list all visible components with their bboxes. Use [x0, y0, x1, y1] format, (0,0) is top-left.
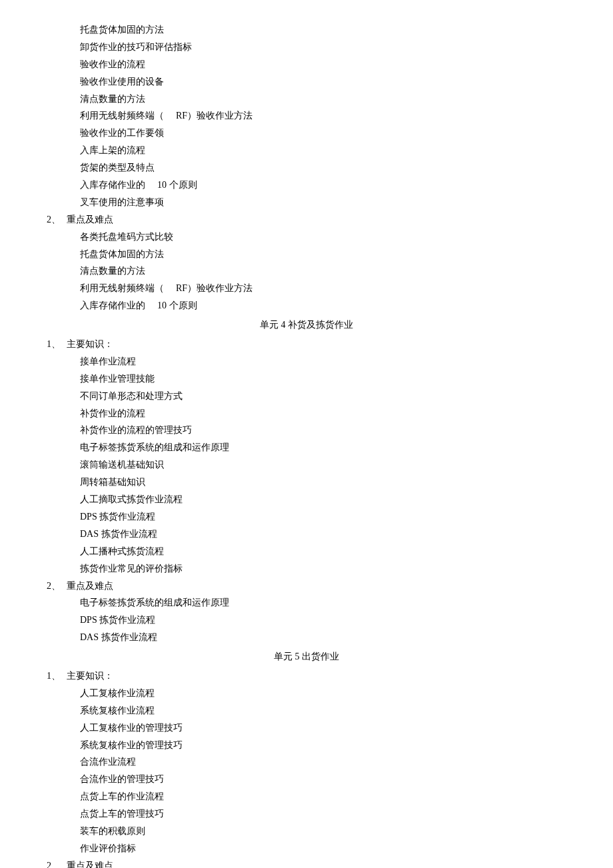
important-item: 托盘货体加固的方法 [40, 246, 573, 263]
knowledge-item: 点货上车的管理技巧 [40, 805, 573, 823]
knowledge-item: 卸货作业的技巧和评估指标 [40, 39, 573, 56]
knowledge-item: 人工复核作业的管理技巧 [40, 719, 573, 737]
section-heading-important: 2、 重点及难点 [40, 211, 573, 228]
knowledge-item: 不同订单形态和处理方式 [40, 388, 573, 405]
rf-prefix: 利用无线射频终端（ [80, 283, 164, 293]
knowledge-item: 滚筒输送机基础知识 [40, 456, 573, 474]
important-item-storage: 入库存储作业的10 个原则 [40, 297, 573, 314]
storage-prefix: 入库存储作业的 [80, 180, 145, 190]
storage-suffix: 10 个原则 [157, 180, 197, 190]
knowledge-item: 货架的类型及特点 [40, 159, 573, 177]
number-marker: 1、 [47, 336, 67, 353]
rf-suffix: RF）验收作业方法 [176, 283, 253, 293]
section-heading-important: 2、 重点及难点 [40, 857, 573, 868]
knowledge-item: 周转箱基础知识 [40, 474, 573, 491]
important-item: 清点数量的方法 [40, 262, 573, 280]
knowledge-item: 作业评价指标 [40, 840, 573, 857]
number-marker: 1、 [47, 667, 67, 685]
knowledge-item: 补货作业的流程 [40, 405, 573, 422]
storage-prefix: 入库存储作业的 [80, 300, 145, 310]
number-marker: 2、 [47, 578, 67, 595]
heading-text: 主要知识： [67, 336, 113, 353]
important-item: DPS 拣货作业流程 [40, 612, 573, 629]
knowledge-item: 接单作业流程 [40, 353, 573, 370]
knowledge-item: 托盘货体加固的方法 [40, 21, 573, 39]
knowledge-item: 合流作业的管理技巧 [40, 771, 573, 788]
unit-4-title: 单元 4 补货及拣货作业 [40, 316, 573, 334]
knowledge-item: 叉车使用的注意事项 [40, 194, 573, 211]
knowledge-item: 验收作业使用的设备 [40, 73, 573, 91]
knowledge-item: 拣货作业常见的评价指标 [40, 560, 573, 578]
knowledge-item: 验收作业的流程 [40, 56, 573, 73]
heading-text: 重点及难点 [67, 578, 113, 595]
knowledge-item-rf: 利用无线射频终端（RF）验收作业方法 [40, 107, 573, 125]
knowledge-item: 接单作业管理技能 [40, 370, 573, 388]
knowledge-item: 入库上架的流程 [40, 142, 573, 159]
knowledge-item: 装车的积载原则 [40, 823, 573, 840]
knowledge-item: DAS 拣货作业流程 [40, 526, 573, 543]
section-heading-main: 1、 主要知识： [40, 336, 573, 353]
rf-suffix: RF）验收作业方法 [176, 111, 253, 121]
heading-text: 主要知识： [67, 667, 113, 685]
knowledge-item: 系统复核作业的管理技巧 [40, 737, 573, 754]
knowledge-item-storage: 入库存储作业的10 个原则 [40, 177, 573, 194]
important-item: DAS 拣货作业流程 [40, 629, 573, 646]
heading-text: 重点及难点 [67, 211, 113, 228]
storage-suffix: 10 个原则 [157, 300, 197, 310]
rf-prefix: 利用无线射频终端（ [80, 111, 164, 121]
knowledge-item: 清点数量的方法 [40, 91, 573, 108]
knowledge-item: 人工播种式拣货流程 [40, 543, 573, 560]
knowledge-item: 人工复核作业流程 [40, 685, 573, 702]
important-item-rf: 利用无线射频终端（RF）验收作业方法 [40, 280, 573, 297]
number-marker: 2、 [47, 211, 67, 228]
knowledge-item: DPS 拣货作业流程 [40, 508, 573, 526]
knowledge-item: 人工摘取式拣货作业流程 [40, 491, 573, 508]
section-heading-main: 1、 主要知识： [40, 667, 573, 685]
unit-5-title: 单元 5 出货作业 [40, 648, 573, 665]
important-item: 电子标签拣货系统的组成和运作原理 [40, 594, 573, 612]
knowledge-item: 验收作业的工作要领 [40, 125, 573, 142]
knowledge-item: 系统复核作业流程 [40, 702, 573, 719]
number-marker: 2、 [47, 857, 67, 868]
section-heading-important: 2、 重点及难点 [40, 578, 573, 595]
knowledge-item: 补货作业的流程的管理技巧 [40, 422, 573, 439]
important-item: 各类托盘堆码方式比较 [40, 228, 573, 246]
knowledge-item: 合流作业流程 [40, 753, 573, 771]
heading-text: 重点及难点 [67, 857, 113, 868]
knowledge-item: 电子标签拣货系统的组成和运作原理 [40, 439, 573, 456]
knowledge-item: 点货上车的作业流程 [40, 788, 573, 805]
